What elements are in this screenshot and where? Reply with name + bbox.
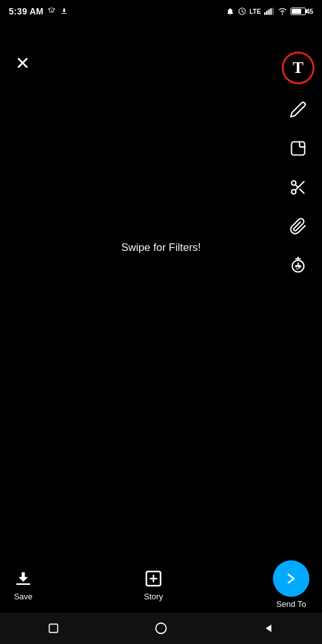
story-icon-container <box>143 568 164 589</box>
send-to-label: Send To <box>276 599 306 609</box>
notification-icon <box>226 7 235 16</box>
nav-square-icon <box>47 622 60 635</box>
svg-point-14 <box>296 265 297 267</box>
svg-rect-4 <box>270 8 271 14</box>
svg-line-12 <box>295 184 298 187</box>
nav-home-button[interactable] <box>145 619 177 638</box>
svg-rect-21 <box>50 624 58 632</box>
svg-rect-3 <box>268 9 269 15</box>
pencil-icon <box>289 101 307 118</box>
save-icon <box>14 569 33 588</box>
svg-rect-1 <box>264 13 265 15</box>
status-time: 5:39 AM <box>9 6 69 16</box>
status-icons: LTE 45 <box>226 7 313 16</box>
send-to-button[interactable]: Send To <box>273 560 309 609</box>
svg-rect-5 <box>272 8 274 14</box>
svg-marker-23 <box>265 625 271 632</box>
svg-rect-16 <box>16 583 31 585</box>
camera-canvas: T <box>0 23 322 559</box>
bottom-action-bar: Save Story Send To <box>0 559 322 609</box>
nav-circle-icon <box>154 621 168 635</box>
nav-triangle-icon <box>263 623 274 634</box>
timer-tool-button[interactable] <box>284 252 312 279</box>
save-button[interactable]: Save <box>13 568 34 601</box>
signal-icon <box>264 7 274 16</box>
swipe-filters-label: Swipe for Filters! <box>104 234 219 262</box>
nav-back-button[interactable] <box>253 619 284 638</box>
scissors-icon <box>289 179 307 196</box>
download-icon <box>60 7 69 16</box>
sticker-icon <box>289 140 307 157</box>
svg-rect-7 <box>292 142 305 155</box>
text-tool-button[interactable]: T <box>282 52 314 84</box>
timer-icon <box>289 257 307 274</box>
close-icon <box>14 55 31 71</box>
text-tool-label: T <box>292 58 303 77</box>
clock-icon <box>238 7 247 16</box>
svg-line-11 <box>300 189 304 193</box>
svg-point-6 <box>282 14 283 15</box>
sticker-tool-button[interactable] <box>284 135 312 162</box>
svg-rect-2 <box>266 11 267 14</box>
svg-point-15 <box>299 265 301 267</box>
paperclip-icon <box>289 218 307 235</box>
time-text: 5:39 AM <box>9 6 43 16</box>
story-label: Story <box>144 592 163 601</box>
alarm-icon <box>47 7 56 16</box>
story-button[interactable]: Story <box>143 568 164 601</box>
draw-tool-button[interactable] <box>284 96 312 123</box>
story-add-icon <box>144 569 163 588</box>
save-label: Save <box>14 592 33 601</box>
battery-icon: 45 <box>291 8 313 15</box>
svg-point-22 <box>156 623 167 634</box>
save-icon-container <box>13 568 34 589</box>
nav-square-button[interactable] <box>38 619 69 638</box>
lte-icon: LTE <box>250 8 261 15</box>
scissors-tool-button[interactable] <box>284 174 312 201</box>
send-arrow-icon <box>283 570 299 587</box>
right-toolbar: T <box>282 52 314 279</box>
status-bar: 5:39 AM LTE 45 <box>0 0 322 23</box>
wifi-icon <box>277 8 287 15</box>
system-nav-bar <box>0 613 322 644</box>
link-tool-button[interactable] <box>284 213 312 240</box>
send-to-circle <box>273 560 309 597</box>
close-button[interactable] <box>11 52 34 74</box>
